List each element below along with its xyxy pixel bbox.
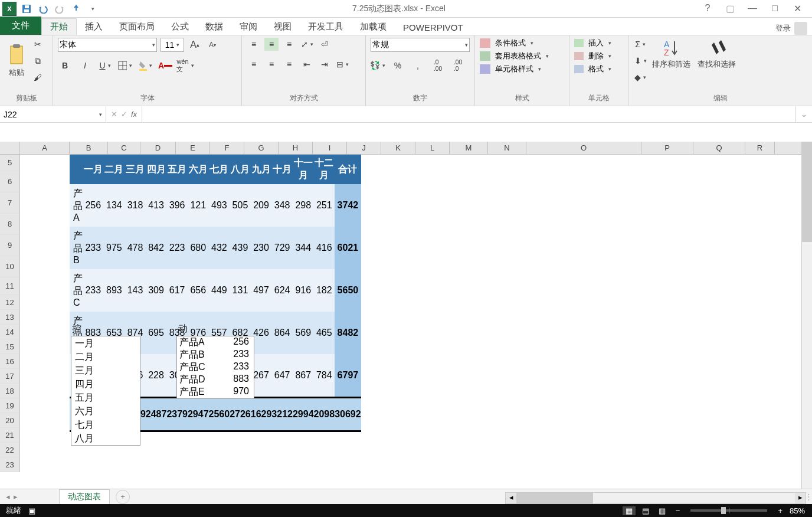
copy-button[interactable]: ⧉ bbox=[31, 54, 45, 67]
column-header[interactable]: H bbox=[279, 142, 313, 154]
bold-button[interactable]: B bbox=[58, 59, 72, 72]
name-box-input[interactable] bbox=[4, 110, 102, 119]
maximize-button[interactable]: □ bbox=[766, 3, 784, 14]
column-header[interactable]: J bbox=[347, 142, 381, 154]
row-header[interactable]: 15 bbox=[0, 339, 20, 354]
sheet-nav-last[interactable]: ▸ bbox=[14, 492, 18, 501]
tab-data[interactable]: 数据 bbox=[197, 19, 231, 35]
find-select-button[interactable]: 查找和选择 bbox=[695, 38, 738, 71]
macro-record-icon[interactable]: ▣ bbox=[28, 506, 35, 515]
delete-cells-button[interactable]: 删除▾ bbox=[574, 51, 623, 61]
row-header[interactable]: 22 bbox=[0, 443, 20, 457]
decrease-font-button[interactable]: A▾ bbox=[205, 38, 220, 51]
column-header[interactable]: O bbox=[526, 142, 641, 154]
row-header[interactable]: 5 bbox=[0, 155, 20, 171]
tab-pagelayout[interactable]: 页面布局 bbox=[111, 19, 163, 35]
increase-indent-button[interactable]: ⇥ bbox=[317, 58, 332, 71]
autosum-button[interactable]: Σ▾ bbox=[633, 38, 647, 51]
paste-button[interactable]: 粘贴 bbox=[5, 42, 28, 79]
column-header[interactable]: C bbox=[108, 142, 140, 154]
align-middle-button[interactable]: ≡ bbox=[264, 38, 279, 51]
column-header[interactable]: Q bbox=[693, 142, 745, 154]
add-sheet-button[interactable]: + bbox=[116, 490, 130, 504]
row-header[interactable]: 17 bbox=[0, 369, 20, 384]
fx-icon[interactable]: fx bbox=[131, 110, 137, 119]
underline-button[interactable]: U ▾ bbox=[98, 59, 112, 72]
fill-button[interactable]: ⬇▾ bbox=[633, 54, 647, 67]
font-size-combo[interactable]: 11▾ bbox=[161, 38, 184, 52]
row-header[interactable]: 13 bbox=[0, 310, 20, 325]
align-center-button[interactable]: ≡ bbox=[264, 58, 279, 71]
select-all-corner[interactable] bbox=[0, 142, 20, 154]
row-header[interactable]: 16 bbox=[0, 354, 20, 369]
italic-button[interactable]: I bbox=[78, 59, 92, 72]
format-as-table-button[interactable]: 套用表格格式▾ bbox=[480, 51, 564, 61]
wrap-text-button[interactable]: ⏎ bbox=[317, 38, 332, 51]
tab-powerpivot[interactable]: POWERPIVOT bbox=[395, 20, 472, 35]
cell-styles-button[interactable]: 单元格样式▾ bbox=[480, 64, 564, 74]
align-left-button[interactable]: ≡ bbox=[247, 58, 261, 71]
number-format-combo[interactable]: 常规▾ bbox=[371, 38, 470, 52]
align-bottom-button[interactable]: ≡ bbox=[282, 38, 296, 51]
align-right-button[interactable]: ≡ bbox=[282, 58, 296, 71]
currency-button[interactable]: 💱▾ bbox=[371, 59, 385, 72]
list-item[interactable]: 一月 bbox=[71, 336, 140, 350]
comma-button[interactable]: , bbox=[411, 59, 425, 72]
increase-decimal-button[interactable]: .0.00 bbox=[431, 59, 445, 72]
tab-file[interactable]: 文件 bbox=[0, 17, 41, 35]
font-name-combo[interactable]: 宋体▾ bbox=[58, 38, 157, 52]
column-header[interactable]: L bbox=[415, 142, 450, 154]
horizontal-scrollbar[interactable]: ◂▸ bbox=[505, 492, 806, 504]
cancel-formula-button[interactable]: ✕ bbox=[111, 110, 117, 119]
conditional-format-button[interactable]: 条件格式▾ bbox=[480, 38, 564, 48]
row-header[interactable]: 10 bbox=[0, 256, 20, 277]
sort-filter-button[interactable]: AZ 排序和筛选 bbox=[650, 38, 693, 71]
column-header[interactable]: F bbox=[210, 142, 244, 154]
row-header[interactable]: 19 bbox=[0, 398, 20, 413]
list-item[interactable]: 三月 bbox=[71, 364, 140, 377]
view-normal-button[interactable]: ▦ bbox=[623, 506, 636, 515]
list-item[interactable]: 六月 bbox=[71, 404, 140, 418]
row-header[interactable]: 23 bbox=[0, 457, 20, 472]
name-box[interactable]: ▾ bbox=[0, 106, 106, 122]
row-header[interactable]: 8 bbox=[0, 214, 20, 235]
row-header[interactable]: 12 bbox=[0, 295, 20, 310]
control-list[interactable]: 一月二月三月四月五月六月七月八月 bbox=[71, 336, 140, 446]
format-painter-button[interactable]: 🖌 bbox=[31, 71, 45, 84]
list-item[interactable]: 二月 bbox=[71, 350, 140, 364]
tab-view[interactable]: 视图 bbox=[266, 19, 300, 35]
align-top-button[interactable]: ≡ bbox=[247, 38, 261, 51]
border-button[interactable]: ▾ bbox=[118, 59, 132, 72]
view-pagelayout-button[interactable]: ▤ bbox=[639, 506, 652, 515]
font-color-button[interactable]: A bbox=[158, 59, 172, 72]
redo-button[interactable] bbox=[53, 2, 66, 15]
column-header[interactable]: I bbox=[313, 142, 347, 154]
undo-button[interactable] bbox=[37, 2, 50, 15]
row-header[interactable]: 9 bbox=[0, 235, 20, 256]
tab-developer[interactable]: 开发工具 bbox=[300, 19, 352, 35]
orientation-button[interactable]: ⤢▾ bbox=[300, 38, 314, 51]
spreadsheet-grid[interactable]: ABCDEFGHIJKLMNOPQR 567891011121314151617… bbox=[0, 142, 812, 489]
signin-link[interactable]: 登录 bbox=[775, 23, 791, 34]
zoom-slider[interactable] bbox=[690, 509, 767, 512]
list-item[interactable]: 四月 bbox=[71, 377, 140, 391]
zoom-in-button[interactable]: + bbox=[774, 506, 786, 515]
qat-customize[interactable]: ▾ bbox=[86, 2, 99, 15]
column-header[interactable]: M bbox=[450, 142, 488, 154]
merge-cells-button[interactable]: ⊟▾ bbox=[335, 58, 349, 71]
enter-formula-button[interactable]: ✓ bbox=[121, 110, 127, 119]
tab-insert[interactable]: 插入 bbox=[77, 19, 111, 35]
tab-review[interactable]: 审阅 bbox=[231, 19, 266, 35]
zoom-level[interactable]: 85% bbox=[790, 506, 805, 515]
column-header[interactable]: E bbox=[176, 142, 210, 154]
tab-home[interactable]: 开始 bbox=[41, 18, 77, 35]
tab-formulas[interactable]: 公式 bbox=[163, 19, 197, 35]
column-header[interactable]: G bbox=[244, 142, 279, 154]
decrease-decimal-button[interactable]: .00.0 bbox=[451, 59, 465, 72]
help-button[interactable]: ? bbox=[699, 3, 716, 14]
expand-formula-bar[interactable]: ⌄ bbox=[795, 106, 812, 122]
increase-font-button[interactable]: A▴ bbox=[188, 38, 202, 51]
column-header[interactable]: P bbox=[641, 142, 693, 154]
formula-input[interactable] bbox=[142, 106, 795, 122]
tab-addins[interactable]: 加载项 bbox=[352, 19, 395, 35]
